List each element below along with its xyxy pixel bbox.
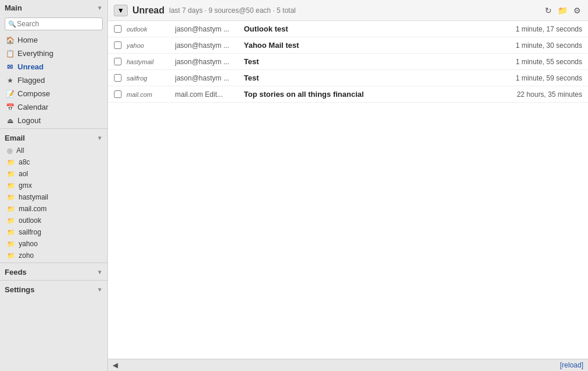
email-item-yahoo-label: yahoo bbox=[19, 240, 38, 248]
folder-button[interactable]: 📁 bbox=[556, 5, 569, 16]
message-from-1: jason@hastym ... bbox=[175, 41, 239, 50]
message-subject-4: Top stories on all things financial bbox=[244, 90, 496, 99]
message-row[interactable]: mail.com mail.com Edit... Top stories on… bbox=[108, 86, 588, 103]
home-icon: 🏠 bbox=[6, 36, 14, 44]
footer-arrow[interactable]: ◀ bbox=[113, 361, 118, 369]
email-item-mailcom[interactable]: 📁 mail.com bbox=[0, 203, 107, 215]
email-item-zoho[interactable]: 📁 zoho bbox=[0, 250, 107, 261]
email-item-sailfrog[interactable]: 📁 sailfrog bbox=[0, 226, 107, 238]
message-from-0: jason@hastym ... bbox=[175, 25, 239, 33]
message-checkbox-3[interactable] bbox=[114, 74, 122, 82]
calendar-icon: 📅 bbox=[6, 103, 14, 111]
main-section-label: Main bbox=[5, 4, 22, 12]
message-list: outlook jason@hastym ... Outlook test 1 … bbox=[108, 21, 588, 359]
feeds-section: Feeds ▼ bbox=[0, 262, 107, 279]
message-checkbox-0[interactable] bbox=[114, 25, 122, 33]
sidebar-item-logout-label: Logout bbox=[18, 116, 41, 125]
sidebar-item-compose-label: Compose bbox=[18, 89, 50, 98]
folder-aol-icon: 📁 bbox=[7, 170, 15, 178]
email-item-aol[interactable]: 📁 aol bbox=[0, 168, 107, 180]
email-item-zoho-label: zoho bbox=[19, 251, 34, 260]
message-time-1: 1 minute, 30 seconds bbox=[501, 41, 582, 50]
folder-yahoo-icon: 📁 bbox=[7, 240, 15, 248]
search-container: 🔍 bbox=[0, 15, 107, 33]
topbar-left: ▼ Unread last 7 days · 9 sources@50 each… bbox=[114, 5, 539, 16]
email-item-outlook[interactable]: 📁 outlook bbox=[0, 215, 107, 226]
settings-section-header[interactable]: Settings ▼ bbox=[0, 282, 107, 296]
main-section-header[interactable]: Main ▼ bbox=[0, 0, 107, 15]
message-from-3: jason@hastym ... bbox=[175, 74, 239, 82]
main-chevron-icon: ▼ bbox=[97, 5, 103, 11]
email-section: Email ▼ ◎ All 📁 a8c 📁 aol 📁 gmx 📁 hastym… bbox=[0, 128, 107, 261]
email-section-label: Email bbox=[5, 134, 25, 142]
sidebar: Main ▼ 🔍 🏠 Home 📋 Everything ✉ Unread ★ … bbox=[0, 0, 108, 371]
message-row[interactable]: yahoo jason@hastym ... Yahoo Mail test 1… bbox=[108, 37, 588, 54]
everything-icon: 📋 bbox=[6, 50, 14, 58]
message-time-4: 22 hours, 35 minutes bbox=[501, 90, 582, 99]
sidebar-item-everything-label: Everything bbox=[18, 49, 53, 58]
main-panel: ▼ Unread last 7 days · 9 sources@50 each… bbox=[108, 0, 588, 371]
email-item-yahoo[interactable]: 📁 yahoo bbox=[0, 238, 107, 250]
topbar-title: Unread bbox=[132, 5, 164, 16]
folder-outlook-icon: 📁 bbox=[7, 217, 15, 225]
email-item-sailfrog-label: sailfrog bbox=[19, 228, 41, 236]
message-source-2: hastymail bbox=[127, 58, 170, 65]
sidebar-item-calendar[interactable]: 📅 Calendar bbox=[0, 100, 107, 114]
folder-mailcom-icon: 📁 bbox=[7, 205, 15, 213]
filter-button[interactable]: ▼ bbox=[114, 5, 128, 16]
sidebar-item-calendar-label: Calendar bbox=[18, 103, 48, 111]
flagged-icon: ★ bbox=[6, 76, 14, 85]
sidebar-item-logout[interactable]: ⏏ Logout bbox=[0, 114, 107, 127]
compose-icon: 📝 bbox=[6, 90, 14, 98]
email-chevron-icon: ▼ bbox=[97, 135, 103, 141]
message-checkbox-2[interactable] bbox=[114, 58, 122, 65]
message-row[interactable]: hastymail jason@hastym ... Test 1 minute… bbox=[108, 54, 588, 70]
logout-icon: ⏏ bbox=[6, 117, 14, 125]
message-from-4: mail.com Edit... bbox=[175, 90, 239, 99]
message-row[interactable]: sailfrog jason@hastym ... Test 1 minute,… bbox=[108, 70, 588, 86]
feeds-section-header[interactable]: Feeds ▼ bbox=[0, 264, 107, 279]
sidebar-item-compose[interactable]: 📝 Compose bbox=[0, 87, 107, 100]
message-checkbox-1[interactable] bbox=[114, 41, 122, 49]
folder-a8c-icon: 📁 bbox=[7, 159, 15, 166]
sidebar-item-unread[interactable]: ✉ Unread bbox=[0, 60, 107, 74]
settings-section-label: Settings bbox=[5, 285, 34, 294]
message-subject-2: Test bbox=[244, 57, 496, 66]
message-source-1: yahoo bbox=[127, 42, 170, 49]
message-row[interactable]: outlook jason@hastym ... Outlook test 1 … bbox=[108, 21, 588, 37]
search-icon: 🔍 bbox=[8, 20, 16, 28]
footer-reload[interactable]: [reload] bbox=[560, 361, 583, 369]
folder-gmx-icon: 📁 bbox=[7, 182, 15, 190]
sidebar-item-flagged[interactable]: ★ Flagged bbox=[0, 74, 107, 87]
message-subject-0: Outlook test bbox=[244, 24, 496, 33]
search-input[interactable] bbox=[5, 18, 103, 30]
all-circle-icon: ◎ bbox=[7, 147, 13, 155]
message-time-3: 1 minute, 59 seconds bbox=[501, 74, 582, 82]
email-item-all[interactable]: ◎ All bbox=[0, 145, 107, 156]
email-item-hastymail-label: hastymail bbox=[19, 193, 48, 201]
settings-button[interactable]: ⚙ bbox=[572, 5, 582, 16]
email-item-hastymail[interactable]: 📁 hastymail bbox=[0, 191, 107, 203]
email-item-aol-label: aol bbox=[19, 170, 28, 178]
settings-section: Settings ▼ bbox=[0, 280, 107, 296]
sidebar-item-home[interactable]: 🏠 Home bbox=[0, 33, 107, 47]
feeds-section-label: Feeds bbox=[5, 268, 27, 276]
sidebar-item-flagged-label: Flagged bbox=[18, 76, 45, 85]
refresh-button[interactable]: ↻ bbox=[544, 5, 553, 16]
folder-sailfrog-icon: 📁 bbox=[7, 229, 15, 236]
message-source-4: mail.com bbox=[127, 91, 170, 98]
feeds-chevron-icon: ▼ bbox=[97, 269, 103, 275]
message-from-2: jason@hastym ... bbox=[175, 58, 239, 66]
email-section-header[interactable]: Email ▼ bbox=[0, 130, 107, 145]
message-source-0: outlook bbox=[127, 26, 170, 33]
message-subject-3: Test bbox=[244, 74, 496, 82]
sidebar-item-home-label: Home bbox=[18, 36, 38, 44]
email-item-gmx-label: gmx bbox=[19, 181, 32, 190]
message-subject-1: Yahoo Mail test bbox=[244, 41, 496, 50]
message-checkbox-4[interactable] bbox=[114, 90, 122, 98]
email-item-a8c[interactable]: 📁 a8c bbox=[0, 156, 107, 168]
email-item-gmx[interactable]: 📁 gmx bbox=[0, 180, 107, 191]
main-nav: 🏠 Home 📋 Everything ✉ Unread ★ Flagged 📝… bbox=[0, 33, 107, 127]
topbar-actions: ↻ 📁 ⚙ bbox=[544, 5, 582, 16]
sidebar-item-everything[interactable]: 📋 Everything bbox=[0, 47, 107, 60]
